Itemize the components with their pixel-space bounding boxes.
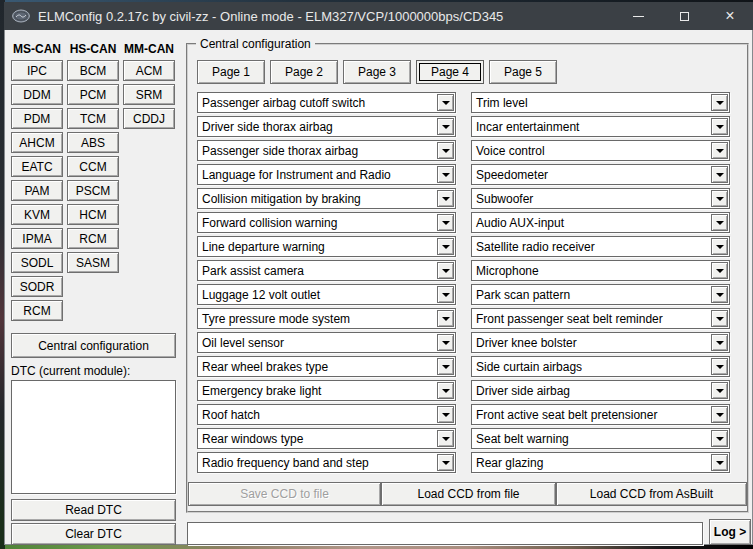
close-button[interactable]: ×: [707, 2, 753, 30]
module-button-pcm[interactable]: PCM: [67, 84, 119, 105]
module-button-ipc[interactable]: IPC: [11, 60, 63, 81]
chevron-down-icon[interactable]: [437, 382, 454, 399]
module-button-eatc[interactable]: EATC: [11, 156, 63, 177]
module-button-ddm[interactable]: DDM: [11, 84, 63, 105]
chevron-down-icon[interactable]: [437, 262, 454, 279]
dropdown-voice-control[interactable]: Voice control: [471, 140, 730, 161]
central-configuration-button[interactable]: Central configuration: [11, 333, 176, 358]
dropdown-park-assist-camera[interactable]: Park assist camera: [197, 260, 456, 281]
dropdown-park-scan-pattern[interactable]: Park scan pattern: [471, 284, 730, 305]
chevron-down-icon[interactable]: [711, 382, 728, 399]
dropdown-roof-hatch[interactable]: Roof hatch: [197, 404, 456, 425]
chevron-down-icon[interactable]: [437, 406, 454, 423]
dropdown-driver-side-airbag[interactable]: Driver side airbag: [471, 380, 730, 401]
module-button-tcm[interactable]: TCM: [67, 108, 119, 129]
chevron-down-icon[interactable]: [437, 334, 454, 351]
chevron-down-icon[interactable]: [711, 166, 728, 183]
module-button-acm[interactable]: ACM: [123, 60, 175, 81]
dropdown-seat-belt-warning[interactable]: Seat belt warning: [471, 428, 730, 449]
read-dtc-button[interactable]: Read DTC: [11, 499, 176, 521]
load-ccd-from-file-button[interactable]: Load CCD from file: [381, 482, 556, 506]
load-ccd-from-asbuilt-button[interactable]: Load CCD from AsBuilt: [556, 482, 747, 506]
dropdown-tyre-pressure-mode-system[interactable]: Tyre pressure mode system: [197, 308, 456, 329]
chevron-down-icon[interactable]: [711, 310, 728, 327]
dropdown-side-curtain-airbags[interactable]: Side curtain airbags: [471, 356, 730, 377]
chevron-down-icon[interactable]: [711, 190, 728, 207]
dropdown-front-active-seat-belt-pretensioner[interactable]: Front active seat belt pretensioner: [471, 404, 730, 425]
dropdown-language-for-instrument-and-radio[interactable]: Language for Instrument and Radio: [197, 164, 456, 185]
chevron-down-icon[interactable]: [711, 454, 728, 471]
minimize-button[interactable]: [615, 2, 661, 30]
chevron-down-icon[interactable]: [437, 430, 454, 447]
titlebar[interactable]: ELMConfig 0.2.17c by civil-zz - Online m…: [4, 2, 753, 30]
dropdown-audio-aux-input[interactable]: Audio AUX-input: [471, 212, 730, 233]
chevron-down-icon[interactable]: [437, 142, 454, 159]
chevron-down-icon[interactable]: [437, 190, 454, 207]
chevron-down-icon[interactable]: [711, 94, 728, 111]
chevron-down-icon[interactable]: [437, 358, 454, 375]
dropdown-passenger-side-thorax-airbag[interactable]: Passenger side thorax airbag: [197, 140, 456, 161]
chevron-down-icon[interactable]: [437, 118, 454, 135]
dropdown-subwoofer[interactable]: Subwoofer: [471, 188, 730, 209]
tab-page-3[interactable]: Page 3: [343, 60, 411, 84]
dropdown-microphone[interactable]: Microphone: [471, 260, 730, 281]
dropdown-emergency-brake-light[interactable]: Emergency brake light: [197, 380, 456, 401]
module-button-pscm[interactable]: PSCM: [67, 180, 119, 201]
dtc-list[interactable]: [11, 380, 176, 494]
chevron-down-icon[interactable]: [437, 454, 454, 471]
module-button-ccm[interactable]: CCM: [67, 156, 119, 177]
tab-page-2[interactable]: Page 2: [270, 60, 338, 84]
dropdown-rear-glazing[interactable]: Rear glazing: [471, 452, 730, 473]
tab-page-1[interactable]: Page 1: [197, 60, 265, 84]
module-button-rcm[interactable]: RCM: [11, 300, 63, 321]
dropdown-front-passenger-seat-belt-reminder[interactable]: Front passenger seat belt reminder: [471, 308, 730, 329]
dropdown-rear-wheel-brakes-type[interactable]: Rear wheel brakes type: [197, 356, 456, 377]
command-input[interactable]: [187, 522, 703, 545]
dropdown-speedometer[interactable]: Speedometer: [471, 164, 730, 185]
chevron-down-icon[interactable]: [711, 358, 728, 375]
chevron-down-icon[interactable]: [711, 406, 728, 423]
module-button-bcm[interactable]: BCM: [67, 60, 119, 81]
chevron-down-icon[interactable]: [711, 118, 728, 135]
module-button-cddj[interactable]: CDDJ: [123, 108, 175, 129]
module-button-ipma[interactable]: IPMA: [11, 228, 63, 249]
module-button-hcm[interactable]: HCM: [67, 204, 119, 225]
tab-page-5[interactable]: Page 5: [489, 60, 557, 84]
module-button-srm[interactable]: SRM: [123, 84, 175, 105]
dropdown-forward-collision-warning[interactable]: Forward collision warning: [197, 212, 456, 233]
chevron-down-icon[interactable]: [711, 238, 728, 255]
module-button-pam[interactable]: PAM: [11, 180, 63, 201]
dropdown-incar-entertainment[interactable]: Incar entertainment: [471, 116, 730, 137]
module-button-abs[interactable]: ABS: [67, 132, 119, 153]
maximize-button[interactable]: [661, 2, 707, 30]
module-button-sasm[interactable]: SASM: [67, 252, 119, 273]
chevron-down-icon[interactable]: [711, 214, 728, 231]
chevron-down-icon[interactable]: [711, 262, 728, 279]
module-button-sodr[interactable]: SODR: [11, 276, 63, 297]
dropdown-trim-level[interactable]: Trim level: [471, 92, 730, 113]
dropdown-line-departure-warning[interactable]: Line departure warning: [197, 236, 456, 257]
chevron-down-icon[interactable]: [711, 286, 728, 303]
dropdown-driver-side-thorax-airbag[interactable]: Driver side thorax airbag: [197, 116, 456, 137]
dropdown-luggage-12-volt-outlet[interactable]: Luggage 12 volt outlet: [197, 284, 456, 305]
module-button-ahcm[interactable]: AHCM: [11, 132, 63, 153]
clear-dtc-button[interactable]: Clear DTC: [11, 523, 176, 545]
module-button-sodl[interactable]: SODL: [11, 252, 63, 273]
dropdown-driver-knee-bolster[interactable]: Driver knee bolster: [471, 332, 730, 353]
dropdown-satellite-radio-receiver[interactable]: Satellite radio receiver: [471, 236, 730, 257]
dropdown-collision-mitigation-by-braking[interactable]: Collision mitigation by braking: [197, 188, 456, 209]
dropdown-oil-level-sensor[interactable]: Oil level sensor: [197, 332, 456, 353]
chevron-down-icon[interactable]: [711, 430, 728, 447]
dropdown-passenger-airbag-cutoff-switch[interactable]: Passenger airbag cutoff switch: [197, 92, 456, 113]
chevron-down-icon[interactable]: [437, 166, 454, 183]
chevron-down-icon[interactable]: [711, 142, 728, 159]
chevron-down-icon[interactable]: [437, 238, 454, 255]
chevron-down-icon[interactable]: [711, 334, 728, 351]
module-button-rcm[interactable]: RCM: [67, 228, 119, 249]
dropdown-radio-frequency-band-and-step[interactable]: Radio frequency band and step: [197, 452, 456, 473]
dropdown-rear-windows-type[interactable]: Rear windows type: [197, 428, 456, 449]
chevron-down-icon[interactable]: [437, 310, 454, 327]
log-toggle-button[interactable]: Log >: [709, 519, 751, 545]
module-button-pdm[interactable]: PDM: [11, 108, 63, 129]
tab-page-4-selected[interactable]: Page 4: [416, 60, 484, 84]
